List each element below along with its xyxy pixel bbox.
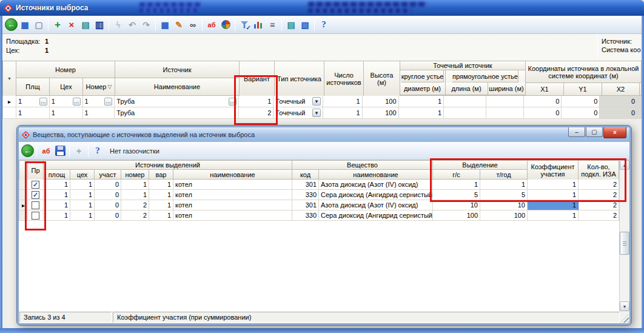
cell-name[interactable]: котел	[173, 190, 292, 200]
header-name[interactable]: наименование	[173, 170, 292, 180]
header-diameter[interactable]: диаметр (м)	[400, 82, 446, 95]
header-width[interactable]: ширина (м)	[488, 82, 526, 95]
table-row[interactable]: 1 1 0 2 1 котел 330 Сера диоксид (Ангидр…	[19, 210, 619, 221]
header-rect-mouth[interactable]: прямоугольное устье	[452, 70, 518, 82]
cell-x1[interactable]: 0	[524, 107, 562, 119]
header-point-source-group[interactable]: Точечный источник круглое устье диаметр …	[400, 61, 526, 96]
cell-plosh[interactable]: 1	[44, 210, 70, 221]
cell-plosh[interactable]: 1	[44, 180, 70, 190]
copy-pages-icon[interactable]: ▤	[284, 18, 298, 32]
header-length[interactable]: длина (м)	[446, 82, 488, 95]
cell-length[interactable]	[444, 107, 486, 119]
cell-name[interactable]: котел	[173, 210, 292, 221]
cell-nomer[interactable]: 1	[121, 180, 149, 190]
chart-icon[interactable]	[252, 18, 265, 32]
header-plsh[interactable]: Плщ	[16, 78, 50, 96]
cell-source-type[interactable]: Точечный▾	[273, 96, 323, 107]
back-icon[interactable]: ←	[5, 18, 18, 31]
filter-icon[interactable]: ✓	[238, 18, 251, 32]
cell-diameter[interactable]: 1	[399, 107, 444, 119]
cell-code[interactable]: 330	[292, 190, 319, 200]
ellipsis-button[interactable]: …	[73, 98, 81, 106]
header-code[interactable]: код	[292, 170, 319, 180]
help-icon[interactable]: ?	[317, 18, 330, 32]
cell-substance[interactable]: Азота диоксид (Азот (IV) оксид)	[319, 180, 433, 190]
cell-gs[interactable]: 100	[433, 210, 480, 221]
cell-nomer[interactable]: 2	[121, 210, 149, 221]
cell-source-type[interactable]: Точечный▾	[273, 107, 323, 119]
cell-uchast[interactable]: 0	[95, 190, 121, 200]
cell-ceh[interactable]: 1	[70, 200, 95, 210]
paste-icon[interactable]: ▧	[298, 18, 312, 32]
cell-ceh[interactable]: 1…	[50, 96, 83, 107]
add-record-icon[interactable]: +	[51, 18, 64, 32]
row-selector[interactable]: ▸	[3, 96, 16, 107]
blank-page-icon[interactable]: ▢	[32, 18, 45, 32]
params-icon[interactable]: аб	[205, 18, 218, 32]
cell-name[interactable]: котел	[173, 180, 292, 190]
copy-record-icon[interactable]: ▤	[79, 18, 92, 32]
close-button[interactable]: ×	[603, 127, 626, 138]
lightning-icon[interactable]: ϟ	[112, 18, 125, 32]
header-coords-group[interactable]: Координаты источника в локальной системе…	[526, 61, 642, 96]
save-icon[interactable]	[53, 144, 67, 158]
scroll-thumb[interactable]	[620, 232, 629, 255]
cell-plsh[interactable]: 1…	[16, 96, 50, 107]
cell-code[interactable]: 301	[292, 200, 319, 210]
cell-width[interactable]	[486, 96, 524, 107]
cell-substance[interactable]: Азота диоксид (Азот (IV) оксид)	[319, 200, 433, 210]
cell-code[interactable]: 330	[292, 210, 319, 221]
header-name[interactable]: Наименование	[115, 78, 240, 96]
cell-plosh[interactable]: 1	[44, 190, 70, 200]
cell-nomer[interactable]: 1	[121, 190, 149, 200]
calc-table-icon[interactable]: ▦	[158, 18, 172, 32]
cell-ceh[interactable]: 1	[70, 210, 95, 221]
header-ceh[interactable]: цех	[70, 170, 95, 180]
header-source-group[interactable]: Источник Наименование	[115, 61, 240, 96]
cell-name[interactable]: котел	[173, 200, 292, 210]
ellipsis-button[interactable]: …	[104, 98, 112, 106]
back-icon[interactable]: ←	[21, 144, 34, 157]
cell-var[interactable]: 1	[149, 190, 173, 200]
cell-source-count[interactable]: 1	[323, 107, 363, 119]
dropdown-button[interactable]: ▾	[312, 97, 321, 106]
header-y1[interactable]: Y1	[564, 83, 602, 96]
cell-nomer[interactable]: 2	[121, 200, 149, 210]
cell-ceh[interactable]: 1	[70, 190, 95, 200]
header-ceh[interactable]: Цех	[50, 78, 83, 96]
header-nomer[interactable]: Номер▽	[83, 78, 115, 96]
scroll-down-button[interactable]: ▼	[620, 301, 629, 311]
table-export-icon[interactable]: ▥	[93, 18, 106, 32]
cell-plsh[interactable]: 1	[16, 107, 50, 119]
minimize-button[interactable]: –	[568, 127, 585, 137]
params-icon[interactable]: аб	[39, 144, 53, 158]
help-icon[interactable]: ?	[91, 144, 104, 158]
cell-source-count[interactable]: 1	[323, 96, 363, 107]
header-height[interactable]: Высота (м)	[364, 61, 400, 96]
cell-nomer[interactable]: 1…	[83, 96, 115, 107]
cell-nomer[interactable]: 1	[83, 107, 115, 119]
cell-ceh[interactable]: 1	[50, 107, 83, 119]
redo-icon[interactable]: ↷	[139, 18, 153, 32]
row-selector[interactable]	[3, 107, 16, 119]
cell-name[interactable]: Труба	[115, 107, 238, 119]
header-number-group[interactable]: Номер Плщ Цех Номер▽	[16, 61, 115, 96]
cell-length[interactable]	[444, 96, 486, 107]
cell-x2[interactable]: 0	[600, 107, 637, 119]
header-substance-name[interactable]: наименование	[319, 170, 433, 180]
cell-uchast[interactable]: 0	[95, 200, 121, 210]
ellipsis-button[interactable]: …	[39, 98, 47, 106]
header-source-count[interactable]: Число источников	[324, 61, 364, 96]
cell-name[interactable]: Труба…	[115, 96, 238, 107]
table-row[interactable]: 1 1 1 Труба 2 Точечный▾ 1 100 1 0 0 0	[2, 107, 642, 119]
cell-kolvo[interactable]: 2	[579, 210, 619, 221]
resize-grip[interactable]	[620, 314, 629, 323]
cell-substance[interactable]: Сера диоксид (Ангидрид сернистый)	[319, 190, 433, 200]
cell-code[interactable]: 301	[292, 180, 319, 190]
header-uchast[interactable]: участ	[95, 170, 121, 180]
maximize-button[interactable]: ▢	[586, 127, 603, 137]
undo-icon[interactable]: ↶	[126, 18, 139, 32]
header-x2[interactable]: X2	[602, 83, 640, 96]
cell-var[interactable]: 1	[149, 200, 173, 210]
header-emission-source-group[interactable]: Источник выделений площ цех участ номер …	[44, 161, 292, 180]
